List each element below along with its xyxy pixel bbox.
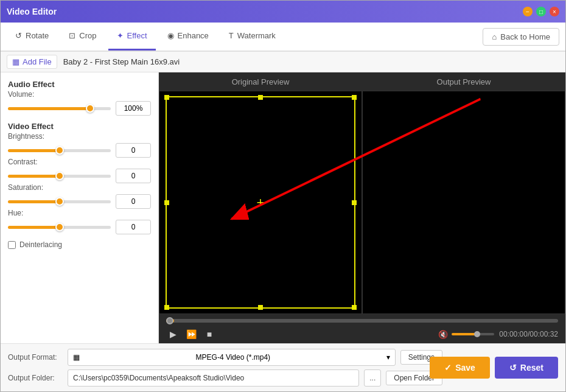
contrast-slider[interactable] — [8, 170, 111, 181]
effect-icon: ✦ — [117, 31, 124, 40]
title-bar-title: Video Editor — [7, 7, 57, 16]
deinterlacing-label: Deinterlacing — [19, 240, 62, 249]
home-icon: ⌂ — [492, 32, 497, 41]
preview-area: + — [159, 91, 565, 314]
format-value: MPEG-4 Video (*.mp4) — [196, 353, 271, 362]
reset-label: Reset — [520, 363, 543, 373]
audio-section-label: Audio Effect — [8, 80, 151, 89]
volume-input[interactable] — [116, 101, 151, 116]
output-preview-label: Output Preview — [362, 72, 565, 91]
enhance-icon: ◉ — [167, 31, 174, 40]
deinterlacing-checkbox[interactable] — [8, 241, 16, 249]
forward-button[interactable]: ⏩ — [184, 327, 198, 341]
crop-handle-tr[interactable] — [352, 95, 357, 100]
folder-row: Output Folder: ... Open Folder — [8, 369, 442, 387]
deinterlacing-row: Deinterlacing — [8, 240, 151, 249]
save-icon: ✓ — [444, 363, 452, 373]
stop-button[interactable]: ■ — [203, 327, 216, 341]
bottom-area: Output Format: ▦ MPEG-4 Video (*.mp4) ▾ … — [1, 343, 565, 391]
crosshair: + — [257, 195, 265, 211]
volume-icon: 🔇 — [438, 330, 448, 339]
save-label: Save — [455, 363, 475, 373]
volume-thumb[interactable] — [474, 331, 480, 337]
brightness-input[interactable] — [116, 143, 151, 158]
contrast-row — [8, 169, 151, 183]
title-bar: Video Editor − □ × — [1, 1, 565, 23]
tab-crop-label: Crop — [79, 31, 96, 40]
crop-handle-ml[interactable] — [164, 200, 169, 205]
crop-handle-bc[interactable] — [258, 305, 263, 310]
play-button[interactable]: ▶ — [166, 327, 180, 341]
watermark-icon: T — [229, 31, 234, 40]
output-folder-label: Output Folder: — [8, 374, 63, 382]
volume-slider[interactable] — [8, 103, 111, 114]
reset-button[interactable]: ↺ Reset — [495, 357, 558, 379]
format-icon: ▦ — [73, 353, 80, 362]
reset-icon: ↺ — [509, 363, 517, 373]
add-file-label: Add File — [23, 57, 52, 66]
left-panel: Audio Effect Volume: Video Effect Bright… — [1, 72, 159, 343]
format-row: Output Format: ▦ MPEG-4 Video (*.mp4) ▾ … — [8, 349, 442, 366]
dropdown-arrow-icon: ▾ — [386, 353, 390, 362]
rotate-icon: ↺ — [15, 31, 22, 40]
save-button[interactable]: ✓ Save — [430, 357, 490, 379]
back-to-home-button[interactable]: ⌂ Back to Home — [483, 28, 559, 46]
file-name: Baby 2 - First Step Main 16x9.avi — [63, 57, 180, 66]
saturation-input[interactable] — [116, 194, 151, 209]
video-editor-window: Video Editor − □ × ↺ Rotate ⊡ Crop ✦ Eff… — [0, 0, 566, 392]
browse-button[interactable]: ... — [364, 369, 381, 387]
hue-input[interactable] — [116, 220, 151, 234]
video-section-label: Video Effect — [8, 122, 151, 131]
time-display: 00:00:00/00:00:32 — [499, 330, 558, 338]
contrast-label: Contrast: — [8, 158, 151, 166]
video-section: Video Effect Brightness: Contrast: — [8, 122, 151, 234]
progress-bar[interactable] — [166, 319, 558, 323]
tab-effect[interactable]: ✦ Effect — [108, 23, 156, 51]
crop-handle-bl[interactable] — [164, 305, 169, 310]
close-button[interactable]: × — [550, 7, 559, 16]
title-bar-controls: − □ × — [523, 7, 559, 16]
crop-handle-tl[interactable] — [164, 95, 169, 100]
add-file-icon: ▦ — [12, 57, 19, 66]
hue-row — [8, 220, 151, 234]
back-home-label: Back to Home — [500, 32, 550, 41]
tab-rotate-label: Rotate — [26, 31, 49, 40]
toolbar: ↺ Rotate ⊡ Crop ✦ Effect ◉ Enhance T Wat… — [1, 23, 565, 52]
brightness-row — [8, 143, 151, 158]
tab-enhance[interactable]: ◉ Enhance — [159, 23, 217, 51]
output-format-label: Output Format: — [8, 353, 63, 362]
window-title: Video Editor — [7, 7, 57, 16]
original-preview-label: Original Preview — [159, 72, 362, 91]
volume-track[interactable] — [452, 333, 494, 335]
contrast-input[interactable] — [116, 169, 151, 183]
file-bar: ▦ Add File Baby 2 - First Step Main 16x9… — [1, 52, 565, 72]
output-preview-pane — [362, 91, 565, 314]
add-file-button[interactable]: ▦ Add File — [7, 55, 57, 69]
playback-controls: ▶ ⏩ ■ 🔇 00:00:00/00:00:32 — [166, 327, 558, 341]
tab-rotate[interactable]: ↺ Rotate — [7, 23, 57, 51]
tab-effect-label: Effect — [127, 31, 147, 40]
crop-handle-br[interactable] — [352, 305, 357, 310]
saturation-slider[interactable] — [8, 196, 111, 207]
audio-section: Audio Effect Volume: — [8, 80, 151, 116]
folder-path-input[interactable] — [68, 369, 359, 387]
crop-handle-tc[interactable] — [258, 95, 263, 100]
controls-bar: ▶ ⏩ ■ 🔇 00:00:00/00:00:32 — [159, 314, 565, 343]
original-preview-pane: + — [159, 91, 362, 314]
volume-row — [8, 101, 151, 116]
progress-thumb[interactable] — [166, 317, 173, 324]
brightness-slider[interactable] — [8, 145, 111, 156]
hue-slider[interactable] — [8, 222, 111, 233]
volume-label: Volume: — [8, 90, 151, 99]
tab-watermark[interactable]: T Watermark — [220, 23, 284, 51]
brightness-label: Brightness: — [8, 132, 151, 141]
tab-enhance-label: Enhance — [178, 31, 209, 40]
crop-handle-mr[interactable] — [352, 200, 357, 205]
minimize-button[interactable]: − — [523, 7, 533, 16]
crop-rectangle[interactable]: + — [166, 96, 355, 309]
format-select[interactable]: ▦ MPEG-4 Video (*.mp4) ▾ — [68, 349, 396, 366]
saturation-label: Saturation: — [8, 183, 151, 192]
tab-crop[interactable]: ⊡ Crop — [60, 23, 105, 51]
maximize-button[interactable]: □ — [536, 7, 546, 16]
saturation-row — [8, 194, 151, 209]
